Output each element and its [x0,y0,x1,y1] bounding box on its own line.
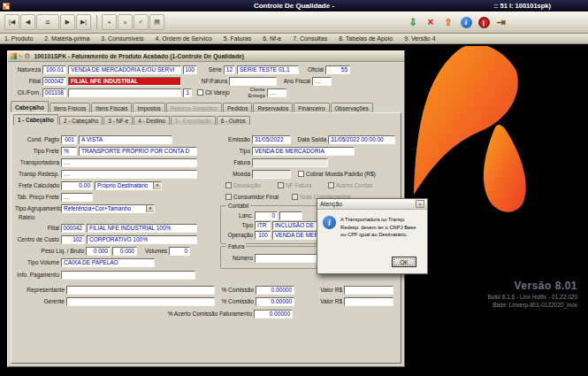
print-button[interactable]: ▤ [149,14,164,30]
devolucao-checkbox[interactable] [225,182,232,188]
serie-code-field[interactable]: 12 [224,65,235,74]
cliente-entrega-field[interactable]: .... [267,88,286,97]
transportadora-field[interactable]: .... [61,158,197,167]
power-button[interactable]: | [476,14,492,30]
tab-itens-fisicos[interactable]: Itens Físicos [50,103,90,112]
cli-forn-code-field[interactable]: 001108 [42,88,66,97]
cli-varejo-checkbox[interactable] [197,89,203,96]
discard-button[interactable]: × [423,14,439,30]
info-button[interactable]: i [458,14,474,30]
centro-custo-code-field[interactable]: 102 [61,235,85,244]
menu-item-versao-4[interactable]: 9. Versão 4 [404,35,435,42]
tipo-agrupamento-dropdown[interactable]: Referência+Cor+Tamanho ▼ [61,204,155,213]
menu-item-consultas[interactable]: 7. Consultas [293,35,327,42]
volumes-field[interactable]: 0 [169,247,190,256]
nav-next-button[interactable]: ▶ [60,14,75,30]
oficial-field[interactable]: 55 [325,65,350,74]
cond-pagto-code-field[interactable]: 001 [61,135,77,144]
acerto-comissao-field[interactable]: 0.00000 [254,310,293,318]
add-record-button[interactable]: + [102,14,117,30]
tab-financeiro[interactable]: Financeiro [294,103,329,112]
tab-impostos[interactable]: Impostos [133,103,164,112]
cancel-edit-button[interactable]: × [118,14,133,30]
info-pagamento-field[interactable] [61,271,195,280]
dropdown-arrow-icon[interactable]: ▼ [153,182,161,189]
filial-code-field[interactable]: 000042 [42,77,66,86]
menu-item-nfe[interactable]: 6. Nf-e [263,35,281,42]
nav-prev-button[interactable]: ◀ [20,14,35,30]
valor-2-field[interactable] [344,297,393,306]
tipo-frete-code-field[interactable]: % [61,147,77,156]
subtab-5-exportacao[interactable]: 5 - Exportação [171,116,216,125]
peso-liq-field[interactable]: 0.000 [86,247,111,256]
comissao-1-field[interactable]: 0.00000 [256,286,294,295]
menu-item-produto[interactable]: 1. Produto [4,35,33,42]
tab-reservados[interactable]: Reservados [253,103,293,112]
ano-fiscal-field[interactable]: .... [312,77,332,86]
menu-item-tabelas-de-apoio[interactable]: 8. Tabelas de Apoio [339,35,393,42]
tab-retorno-simbolico[interactable]: Retorno Simbólico [166,103,222,112]
menu-item-consumiveis[interactable]: 3. Consumíveis [101,35,143,42]
nota-complementar-checkbox[interactable] [292,194,298,200]
subtab-2-cabecalho[interactable]: 2 - Cabeçalho [59,116,103,125]
nf-fatura-checkbox[interactable] [278,182,284,188]
faturamento-window-titlebar[interactable]: ϟ ⚙ 100101SPK - Faturamento de Produto A… [8,51,404,62]
cli-forn-desc-field[interactable] [68,88,181,97]
moeda-field[interactable] [252,170,291,179]
tab-observacoes[interactable]: Observações [331,103,373,112]
dialog-titlebar[interactable]: Atenção × [317,199,427,210]
dialog-ok-button[interactable]: OK [392,257,416,267]
natureza-num-field[interactable]: 100 [183,65,197,74]
frete-tipo-dropdown[interactable]: Próprio Destinatário ▼ [95,181,162,190]
data-saida-field[interactable]: 31/05/2022 00:00:00 [328,135,395,144]
frete-calculado-field[interactable]: 0.00 [61,181,93,190]
tipo-volume-field[interactable]: CAIXA DE PAPELAO [61,258,155,267]
tab-itens-fiscais[interactable]: Itens Fiscais [91,103,132,112]
subtab-1-cabecalho[interactable]: 1 - Cabeçalho [13,114,58,125]
fatura-field[interactable] [252,158,328,167]
serie-desc-field[interactable]: SERIE TESTE 01.1 [237,65,299,74]
confirm-edit-button[interactable]: ✓ [134,14,149,30]
rateio-filial-desc-field[interactable]: FILIAL NFE INDUSTRIAL 100% [87,224,197,233]
nav-last-button[interactable]: ▶| [76,14,91,30]
comissao-2-field[interactable]: 0.00000 [256,297,294,306]
import-button[interactable]: ⇩ [405,14,421,30]
exit-button[interactable]: ⇥ [493,14,509,30]
tab-pedidos[interactable]: Pedidos [223,103,253,112]
gerente-field[interactable] [66,297,215,306]
subtab-6-outros[interactable]: 6 - Outros [217,116,250,125]
natureza-code-field[interactable]: 100.01 [42,65,66,74]
menu-item-materia-prima[interactable]: 2. Matéria-prima [44,35,89,42]
centro-custo-desc-field[interactable]: CORPORATIVO 100% [87,235,197,244]
menu-item-ordem-de-servico[interactable]: 4. Ordem de Servico [156,35,212,42]
export-button[interactable]: ⇧ [440,14,456,30]
lanc-field-2[interactable] [279,211,302,220]
acerto-contas-checkbox[interactable] [328,182,334,188]
subtab-4-destino[interactable]: 4 - Destino [134,116,169,125]
tipo-field[interactable]: VENDA DE MERCADORIA [252,147,355,156]
valor-1-field[interactable] [344,286,393,295]
dialog-close-button[interactable]: × [416,200,424,208]
tab-preco-frete-field[interactable]: .... [61,193,93,202]
tab-cabecalho[interactable]: Cabeçalho [11,101,49,112]
dropdown-arrow-icon[interactable]: ▼ [146,205,154,212]
rateio-filial-code-field[interactable]: 000042 [61,224,85,233]
tipo-frete-desc-field[interactable]: TRANSPORTE PRÓPRIO POR CONTA D [79,147,197,156]
consumidor-final-checkbox[interactable] [225,194,232,200]
operacao-code-field[interactable]: 100 [255,231,271,240]
nav-first-button[interactable]: |◀ [4,14,19,30]
filial-desc-field[interactable]: FILIAL NFE INDUSTRIAL [68,77,181,86]
cond-pagto-desc-field[interactable]: A VISTA [79,135,172,144]
representante-field[interactable] [66,286,215,295]
subtab-3-nfe[interactable]: 3 - NF-e [103,116,133,125]
cli-forn-num-field[interactable]: 1 [183,88,192,97]
lanc-field[interactable]: 0 [255,211,278,220]
menu-item-faturas[interactable]: 5. Faturas [224,35,252,42]
cobrar-moeda-checkbox[interactable] [298,171,304,177]
contabil-tipo-code-field[interactable]: ITR [255,221,271,230]
nf-fatura-field[interactable] [229,77,277,86]
natureza-desc-field[interactable]: VENDA DE MERCADORIA E/OU SERVI [68,65,181,74]
transp-redesp-field[interactable]: .... [61,170,197,179]
emissao-field[interactable]: 31/05/2022 [252,135,291,144]
record-list-button[interactable]: ≡ [36,14,59,30]
